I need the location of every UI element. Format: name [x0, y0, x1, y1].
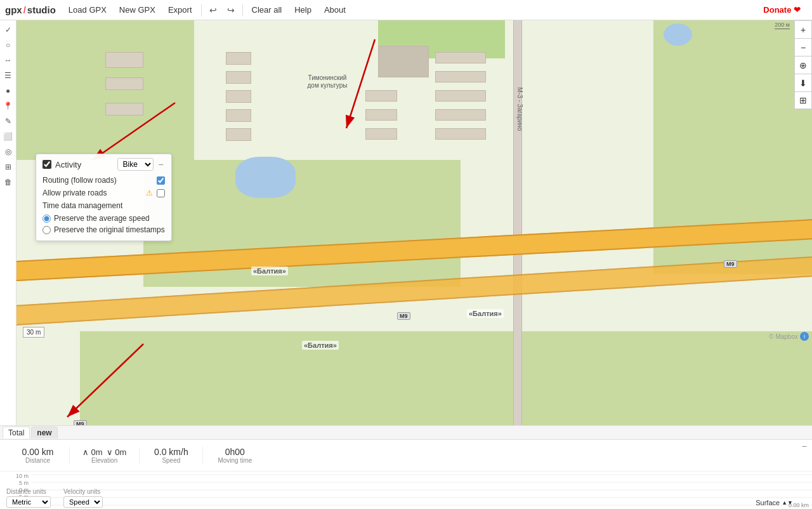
y-label-5: 5 m	[0, 480, 29, 486]
undo-button[interactable]: ↩	[206, 3, 221, 18]
preserve-avg-speed-label: Preserve the average speed	[54, 214, 150, 223]
sidebar-icon-check[interactable]: ✓	[1, 23, 15, 37]
surface-label: Surface ▲▼	[756, 499, 793, 506]
sidebar-icon-pencil[interactable]: ✎	[1, 114, 15, 128]
clear-all-button[interactable]: Clear all	[247, 3, 287, 17]
building-3	[105, 103, 143, 116]
zoom-in-button[interactable]: +	[794, 20, 812, 38]
load-gpx-button[interactable]: Load GPX	[63, 3, 112, 17]
brand-slash: /	[23, 4, 26, 15]
velocity-unit-select[interactable]: Speed Pace	[63, 496, 103, 508]
sidebar-icon-trash[interactable]: 🗑	[1, 175, 15, 189]
sidebar-icon-target[interactable]: ◎	[1, 145, 15, 159]
distance-stat: 0.00 km Distance	[6, 447, 70, 464]
highway-badge-1: М9	[724, 260, 737, 268]
sidebar-icon-rect[interactable]: ⬜	[1, 129, 15, 143]
sidebar-icon-grid[interactable]: ⊞	[1, 160, 15, 174]
help-button[interactable]: Help	[289, 3, 317, 17]
sidebar-icon-arrows[interactable]: ↔	[1, 53, 15, 67]
private-roads-checkbox[interactable]	[157, 189, 165, 197]
building-6	[226, 90, 251, 103]
speed-value: 0.0 km/h	[154, 447, 188, 457]
new-tab[interactable]: new	[31, 426, 57, 439]
building-17	[435, 128, 486, 140]
road-label-vertical: М-3 - Загарино	[516, 88, 523, 131]
routing-checkbox[interactable]	[157, 176, 165, 185]
bottom-panel-minimize-button[interactable]: −	[802, 441, 807, 451]
activity-checkbox[interactable]	[43, 160, 51, 169]
speed-label: Speed	[162, 457, 180, 464]
zoom-out-button[interactable]: −	[794, 38, 812, 56]
distance-unit-select[interactable]: Metric Imperial	[6, 496, 51, 508]
map-area[interactable]: «Балтия» «Балтия» «Балтия» М9 М9 М9 М-3 …	[16, 20, 812, 426]
distance-value: 0.00 km	[22, 447, 54, 457]
activity-panel: Activity Bike Run Walk Hike − Routing (f…	[36, 154, 172, 241]
private-roads-label: Allow private roads	[43, 188, 142, 197]
redo-button[interactable]: ↪	[223, 3, 239, 18]
bottom-panel: − 0.00 km Distance ∧ 0m ∨ 0m Elevation 0…	[0, 439, 812, 509]
building-12	[365, 128, 397, 140]
green-area-1	[16, 20, 194, 160]
new-gpx-button[interactable]: New GPX	[114, 3, 160, 17]
building-2	[105, 77, 143, 90]
activity-minimize-button[interactable]: −	[157, 160, 165, 169]
building-culture-label: Тимонинский дом культуры	[302, 74, 353, 89]
map-info-button[interactable]: i	[800, 332, 809, 341]
elevation-values: ∧ 0m ∨ 0m	[82, 447, 126, 457]
warning-icon: ⚠	[146, 188, 153, 197]
building-4	[226, 52, 251, 65]
building-5	[226, 71, 251, 84]
sort-icon: ▲▼	[782, 499, 793, 506]
bottom-stats: 0.00 km Distance ∧ 0m ∨ 0m Elevation 0.0…	[0, 440, 812, 472]
brand-logo: gpx / studio	[5, 4, 56, 15]
water-2	[664, 23, 692, 46]
private-roads-row: Allow private roads ⚠	[43, 188, 165, 197]
total-tab[interactable]: Total	[3, 426, 30, 439]
navbar: gpx / studio Load GPX New GPX Export ↩ ↪…	[0, 0, 812, 20]
about-button[interactable]: About	[319, 3, 351, 17]
highway-label-2: «Балтия»	[467, 309, 504, 318]
moving-time-value: 0h00	[225, 447, 245, 457]
elevation-label: Elevation	[91, 457, 117, 464]
building-14	[435, 71, 486, 83]
sidebar-icon-dot[interactable]: ●	[1, 84, 15, 98]
y-label-10: 10 m	[0, 473, 29, 479]
donate-button[interactable]: Donate ❤	[757, 3, 807, 17]
building-15	[435, 90, 486, 102]
sidebar-icon-circle[interactable]: ○	[1, 38, 15, 52]
building-16	[435, 109, 486, 121]
building-10	[365, 90, 397, 102]
left-sidebar: ✓ ○ ↔ ☰ ● 📍 ✎ ⬜ ◎ ⊞ 🗑	[0, 20, 16, 426]
building-8	[226, 128, 251, 141]
highway-badge-2: М9	[397, 312, 410, 320]
highway-label-1: «Балтия»	[251, 267, 288, 275]
velocity-unit-label: Velocity units	[63, 488, 103, 495]
preserve-avg-speed-radio[interactable]	[43, 215, 51, 223]
nav-divider-2	[242, 4, 243, 17]
distance-unit-group: Distance units Metric Imperial	[6, 488, 51, 508]
activity-type-select[interactable]: Bike Run Walk Hike	[117, 158, 154, 171]
export-button[interactable]: Export	[163, 3, 197, 17]
building-13	[435, 52, 486, 63]
bottom-controls: Distance units Metric Imperial Velocity …	[0, 488, 812, 508]
layers-button[interactable]: ⊞	[794, 91, 812, 109]
road-vertical	[513, 20, 522, 426]
preserve-timestamps-radio[interactable]	[43, 226, 51, 234]
green-area-5	[80, 331, 812, 426]
activity-header: Activity Bike Run Walk Hike −	[43, 158, 165, 171]
activity-label: Activity	[55, 160, 114, 169]
elevation-up: ∧ 0m	[82, 447, 103, 457]
routing-row: Routing (follow roads)	[43, 176, 165, 185]
sidebar-icon-pin[interactable]: 📍	[1, 99, 15, 113]
download-button[interactable]: ⬇	[794, 74, 812, 91]
routing-label: Routing (follow roads)	[43, 176, 153, 185]
distance-label: Distance	[25, 457, 50, 464]
preserve-timestamps-label: Preserve the original timestamps	[54, 225, 165, 234]
scale-bar: 30 m	[23, 327, 44, 338]
map-controls: + − ⊕ ⬇ ⊞	[794, 20, 812, 109]
moving-time-stat: 0h00 Moving time	[203, 447, 266, 464]
locate-button[interactable]: ⊕	[794, 56, 812, 74]
radio-row-2: Preserve the original timestamps	[43, 225, 165, 234]
building-7	[226, 109, 251, 122]
sidebar-icon-list[interactable]: ☰	[1, 69, 15, 83]
